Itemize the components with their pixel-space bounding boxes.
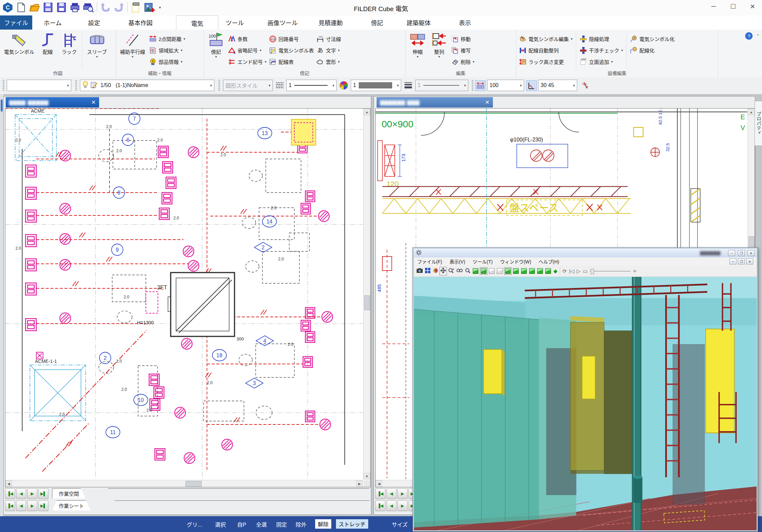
close-document-icon[interactable]: ✕ bbox=[485, 99, 490, 106]
status-exclude[interactable]: 除外 bbox=[296, 520, 306, 528]
tab-tools[interactable]: ツール bbox=[222, 15, 247, 30]
line-width-combo[interactable]: 1▾ bbox=[415, 80, 468, 91]
tab-estimate-link[interactable]: 見積連動 bbox=[315, 15, 346, 30]
tab-image-tools[interactable]: 画像ツール bbox=[264, 15, 301, 30]
stretch-shrink-button[interactable]: 伸縮 bbox=[408, 32, 427, 59]
first-sheet-button[interactable]: ▐◀ bbox=[375, 500, 385, 511]
abbrev-symbol-button[interactable]: 省略記号 bbox=[228, 46, 266, 55]
slider-knob[interactable] bbox=[591, 269, 594, 274]
menu-help[interactable]: ヘルプ(H) bbox=[539, 258, 559, 265]
line-style-list-icon[interactable] bbox=[275, 80, 285, 90]
hscroll-thumb[interactable] bbox=[185, 481, 202, 487]
line-color-combo[interactable]: 1▾ bbox=[351, 80, 401, 91]
color-wheel-icon[interactable] bbox=[339, 80, 349, 90]
prev-sheet-button[interactable]: ◀ bbox=[386, 500, 396, 511]
two-point-distance-button[interactable]: 2点間距離 bbox=[149, 34, 185, 43]
step-back-icon[interactable]: |◁ bbox=[569, 268, 574, 274]
workspace-tab[interactable]: 作業空間 bbox=[52, 488, 86, 498]
annotation-button[interactable]: 100 傍記 bbox=[207, 32, 225, 59]
scroll-left-icon[interactable]: ◀ bbox=[5, 480, 12, 487]
toolbar-grip[interactable] bbox=[472, 80, 473, 91]
delete-button[interactable]: 削除 bbox=[451, 57, 474, 66]
tab-file[interactable]: ファイル bbox=[0, 15, 32, 30]
angle-icon[interactable] bbox=[526, 80, 537, 91]
status-auto-p[interactable]: 自P bbox=[237, 520, 246, 528]
toolbar-grip[interactable] bbox=[3, 80, 4, 91]
electric-symbol-button[interactable]: 電気シンボル bbox=[3, 32, 36, 56]
rack-button[interactable]: ラック bbox=[60, 32, 79, 56]
status-size[interactable]: サイズ bbox=[392, 520, 408, 528]
view-right-icon[interactable] bbox=[529, 268, 535, 274]
marker-icon[interactable]: ✧ bbox=[633, 268, 637, 274]
capture-icon[interactable] bbox=[417, 268, 423, 274]
electric-symbolize-button[interactable]: 電気シンボル化 bbox=[630, 34, 675, 43]
prev-sheet-button[interactable]: ◀ bbox=[16, 500, 26, 511]
dimension-line-button[interactable]: 123 寸法線 bbox=[316, 34, 341, 43]
wire-count-button[interactable]: 条数 bbox=[228, 34, 266, 43]
view-top-icon[interactable] bbox=[537, 268, 543, 274]
scroll-down-icon[interactable]: ▼ bbox=[364, 473, 370, 480]
toolbar-grip[interactable] bbox=[75, 80, 77, 91]
prev-sheet-button[interactable]: ◀ bbox=[16, 488, 26, 499]
end-symbol-button[interactable]: エンド記号 bbox=[228, 57, 266, 66]
pitch-combo[interactable]: 100▾ bbox=[487, 80, 524, 91]
last-sheet-button[interactable]: ▶▌ bbox=[38, 500, 48, 511]
elevation-add-button[interactable]: 立面追加 bbox=[580, 57, 623, 66]
last-sheet-button[interactable]: ▶▌ bbox=[38, 488, 48, 499]
scroll-up-icon[interactable]: ▲ bbox=[748, 109, 755, 115]
pitch-icon[interactable] bbox=[475, 80, 486, 91]
child-restore-button[interactable]: ❐ bbox=[738, 258, 745, 264]
view-hidden-icon[interactable] bbox=[497, 268, 503, 274]
view-back-icon[interactable] bbox=[513, 268, 519, 274]
diamond-view-icon[interactable]: ◆ bbox=[553, 268, 557, 274]
view-bottom-icon[interactable] bbox=[545, 268, 551, 274]
menu-file[interactable]: ファイル(F) bbox=[417, 258, 442, 265]
close-document-icon[interactable]: ✕ bbox=[91, 99, 96, 106]
line-type-combo[interactable]: 1▾ bbox=[286, 80, 337, 91]
status-select[interactable]: 選択 bbox=[215, 520, 226, 528]
wiring-table-button[interactable]: 配線表 bbox=[269, 57, 314, 66]
part-info-button[interactable]: i 部品情報 bbox=[149, 57, 185, 66]
close-button[interactable]: ✕ bbox=[748, 250, 755, 256]
menu-window[interactable]: ウィンドウ(W) bbox=[500, 258, 531, 265]
rack-height-change-button[interactable]: ab ラック高さ変更 bbox=[519, 57, 573, 66]
electric-symbol-edit-button[interactable]: 電気シンボル編集 bbox=[519, 34, 573, 43]
help-icon[interactable]: ? bbox=[745, 32, 753, 40]
move-button[interactable]: 移動 bbox=[451, 34, 474, 43]
status-fix[interactable]: 固定 bbox=[276, 520, 287, 528]
document-tab-left[interactable]: ▇▇▇▇ ▇▇▇▇▇ ✕ bbox=[6, 97, 99, 108]
snap-pen-icon[interactable] bbox=[580, 80, 590, 90]
tab-basic-draw[interactable]: 基本作図 bbox=[125, 15, 156, 30]
view-wire-icon[interactable] bbox=[489, 268, 495, 274]
next-sheet-button[interactable]: ▶ bbox=[397, 488, 408, 499]
child-close-button[interactable]: ✕ bbox=[746, 258, 753, 264]
status-select-all[interactable]: 全選 bbox=[256, 520, 267, 528]
minimize-button[interactable]: ─ bbox=[728, 250, 735, 256]
hidden-line-button[interactable]: 隠線処理 bbox=[580, 34, 623, 43]
angle-combo[interactable]: 30 45▾ bbox=[538, 80, 577, 91]
tab-annotation[interactable]: 傍記 bbox=[368, 15, 386, 30]
view-iso-icon[interactable] bbox=[473, 268, 478, 274]
vscroll-thumb[interactable] bbox=[364, 295, 370, 310]
left-panel-grip[interactable] bbox=[1, 99, 3, 112]
line-width-list-icon[interactable] bbox=[403, 80, 413, 90]
tab-view[interactable]: 表示 bbox=[456, 15, 474, 30]
wiring-ize-button[interactable]: 配線化 bbox=[630, 46, 675, 55]
aux-parallel-line-button[interactable]: 補助平行線 bbox=[119, 32, 146, 59]
document-tab-right[interactable]: ▇▇▇▇▇▇ ▇▇▇ ✕ bbox=[377, 97, 493, 108]
layer-combo[interactable]: 1/50 (1-1)NoName ▾ bbox=[80, 80, 214, 91]
next-sheet-button[interactable]: ▶ bbox=[27, 488, 37, 499]
restore-button[interactable]: ❐ bbox=[738, 250, 745, 256]
walk-speed-slider[interactable] bbox=[590, 271, 630, 272]
menu-view[interactable]: 表示(V) bbox=[450, 258, 465, 265]
tab-electric[interactable]: 電気 bbox=[176, 15, 218, 31]
scroll-left-icon[interactable]: ◀ bbox=[376, 480, 382, 487]
tab-home[interactable]: ホーム bbox=[40, 15, 65, 30]
left-drawing-canvas[interactable]: ACME ACME-1-1 bbox=[5, 109, 363, 480]
first-sheet-button[interactable]: ▐◀ bbox=[5, 500, 15, 511]
cloud-shape-button[interactable]: 雲形 bbox=[316, 57, 341, 66]
electric-symbol-table-button[interactable]: 電気シンボル表 bbox=[269, 46, 314, 55]
vertical-scrollbar[interactable]: ▲ ▼ bbox=[363, 109, 370, 480]
tab-building-frame[interactable]: 建築躯体 bbox=[403, 15, 434, 30]
view-left-icon[interactable] bbox=[521, 268, 527, 274]
